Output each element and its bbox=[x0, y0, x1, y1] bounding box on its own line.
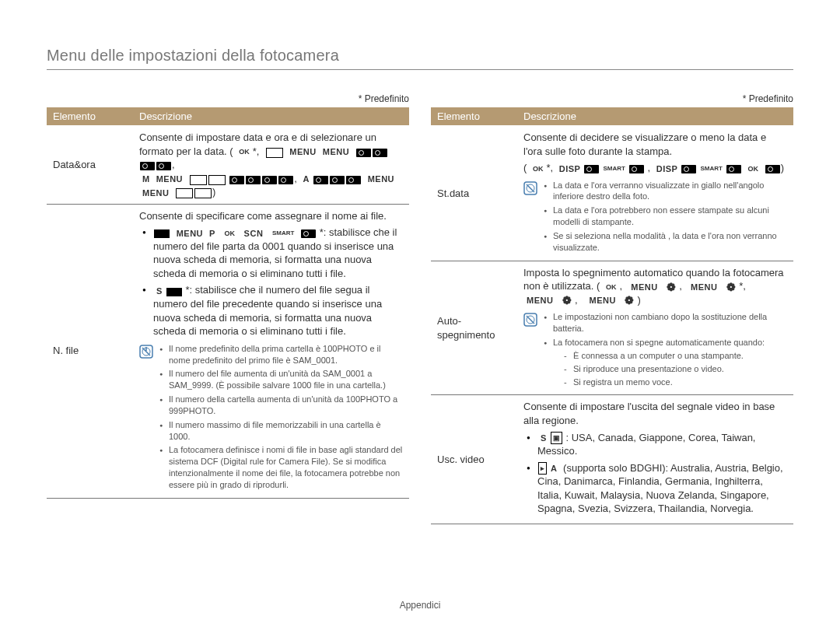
menu-icon: MENU bbox=[366, 173, 397, 184]
note-item: La data e l'ora potrebbero non essere st… bbox=[542, 205, 787, 228]
camera-icon bbox=[584, 165, 599, 173]
col-header-descrizione: Descrizione bbox=[517, 107, 793, 126]
note-item: La data e l'ora verranno visualizzate in… bbox=[542, 180, 787, 203]
table-row: N. file Consente di specificare come ass… bbox=[47, 204, 409, 498]
menu-icon: MENU bbox=[154, 173, 185, 184]
note-item: Le impostazioni non cambiano dopo la sos… bbox=[542, 311, 787, 335]
note-icon bbox=[523, 313, 537, 327]
camera-icon bbox=[726, 165, 741, 173]
disp-icon: DISP bbox=[557, 163, 583, 174]
rect-icon bbox=[266, 148, 283, 158]
camera-icon bbox=[301, 229, 316, 238]
page-title: Menu delle impostazioni della fotocamera bbox=[47, 47, 793, 70]
menu-icon: MENU bbox=[688, 282, 719, 292]
rect-icon bbox=[166, 288, 182, 296]
item-name: Data&ora bbox=[47, 126, 133, 205]
note-item: Il nome predefinito della prima cartella… bbox=[158, 343, 403, 366]
item-desc: Imposta lo spegnimento automatico quando… bbox=[517, 261, 793, 395]
item-name: St.data bbox=[431, 126, 517, 261]
scn-icon: SCN bbox=[242, 228, 266, 239]
table-row: Auto-spegnimento Imposta lo spegnimento … bbox=[431, 261, 793, 395]
item-name: Auto-spegnimento bbox=[431, 261, 517, 395]
menu-icon: MENU bbox=[287, 146, 318, 157]
smart-icon: SMART bbox=[698, 163, 724, 174]
item-name: Usc. video bbox=[431, 395, 517, 524]
smart-icon: SMART bbox=[270, 228, 296, 239]
item-desc: Consente di impostare l'uscita del segna… bbox=[517, 395, 793, 524]
dash-item: Si registra un memo voce. bbox=[564, 377, 787, 388]
col-header-descrizione: Descrizione bbox=[133, 107, 409, 126]
camera-icon bbox=[765, 165, 780, 173]
bullet-text: (supporta solo BDGHI): Australia, Austri… bbox=[537, 462, 783, 515]
ok-icon: OK bbox=[222, 228, 237, 239]
menu-icon: MENU bbox=[320, 146, 352, 157]
settings-table-left: Elemento Descrizione Data&ora Consente d… bbox=[47, 107, 409, 499]
col-header-elemento: Elemento bbox=[47, 107, 133, 126]
camera-icon bbox=[346, 176, 361, 184]
menu-icon: MENU bbox=[586, 295, 618, 306]
note-box: Il nome predefinito della prima cartella… bbox=[139, 343, 403, 493]
ok-icon: OK bbox=[530, 163, 546, 174]
right-column: * Predefinito Elemento Descrizione St.da… bbox=[431, 93, 793, 524]
camera-icon bbox=[373, 149, 387, 157]
menu-icon: MENU bbox=[524, 295, 555, 306]
disp-icon: DISP bbox=[654, 163, 681, 174]
left-column: * Predefinito Elemento Descrizione Data&… bbox=[47, 93, 409, 524]
s-icon: S bbox=[154, 285, 165, 296]
mode-icon-row: ▸A bbox=[537, 462, 563, 474]
menu-icon: MENU bbox=[140, 187, 171, 198]
item-name: N. file bbox=[47, 204, 133, 498]
table-row: Data&ora Consente di impostare data e or… bbox=[47, 126, 409, 205]
desc-text: Consente di decidere se visualizzare o m… bbox=[523, 131, 787, 158]
mode-icon-row: ( OK*, DISPSMART , DISPSMART OK ) bbox=[523, 162, 784, 173]
note-item: La fotocamera non si spegne automaticame… bbox=[542, 337, 787, 387]
table-row: Usc. video Consente di impostare l'uscit… bbox=[431, 395, 793, 524]
bullet-text: *: stabilisce che il numero del file seg… bbox=[153, 284, 382, 337]
item-desc: Consente di specificare come assegnare i… bbox=[133, 204, 409, 498]
menu-icon: MENU bbox=[628, 282, 660, 292]
rect-icon bbox=[154, 229, 170, 238]
mode-icon-row: MENUP OK SCN SMART bbox=[153, 226, 320, 238]
note-item: Il numero massimo di file memorizzabili … bbox=[158, 419, 403, 443]
desc-lead: Consente di impostare l'uscita del segna… bbox=[523, 400, 787, 427]
gear-icon bbox=[724, 282, 738, 292]
dash-item: Si riproduce una presentazione o video. bbox=[564, 363, 787, 375]
menu-icon: MENU bbox=[174, 228, 205, 239]
gear-icon bbox=[622, 295, 636, 306]
rect-icon bbox=[208, 175, 226, 185]
ok-icon: OK bbox=[236, 146, 252, 157]
smart-icon: SMART bbox=[600, 163, 627, 174]
page-footer: Appendici bbox=[0, 600, 840, 611]
note-box: Le impostazioni non cambiano dopo la sos… bbox=[523, 311, 787, 390]
mode-icon-row: S▣ bbox=[537, 432, 565, 443]
camera-icon bbox=[681, 165, 696, 173]
rect-icon bbox=[176, 188, 193, 198]
settings-table-right: Elemento Descrizione St.data Consente di… bbox=[431, 107, 793, 524]
item-desc: Consente di impostare data e ora e di se… bbox=[133, 126, 409, 205]
note-text: Se si seleziona nella modalità , la data… bbox=[553, 231, 777, 252]
ok-icon: OK bbox=[604, 282, 619, 292]
p-icon: P bbox=[207, 228, 218, 239]
note-item: La fotocamera definisce i nomi di file i… bbox=[158, 444, 403, 490]
table-row: St.data Consente di decidere se visualiz… bbox=[431, 126, 793, 261]
camera-icon bbox=[629, 165, 644, 173]
camera-icon bbox=[229, 176, 244, 184]
desc-lead: Consente di specificare come assegnare i… bbox=[139, 209, 403, 223]
camera-icon bbox=[313, 176, 328, 184]
camera-icon bbox=[156, 162, 171, 170]
note-icon bbox=[523, 181, 537, 195]
rect-icon bbox=[190, 175, 207, 185]
list-item: ▸A (supporta solo BDGHI): Australia, Aus… bbox=[523, 461, 787, 516]
predefinito-note-left: * Predefinito bbox=[47, 93, 409, 104]
note-item: Il numero del file aumenta di un'unità d… bbox=[158, 368, 403, 391]
list-item: MENUP OK SCN SMART *: stabilisce che il … bbox=[139, 226, 403, 280]
m-icon: M bbox=[140, 173, 152, 184]
predefinito-note-right: * Predefinito bbox=[431, 93, 793, 104]
ok-icon: OK bbox=[746, 163, 761, 174]
mode-icon-row: S bbox=[153, 284, 185, 296]
tv-icon: ▣ bbox=[551, 432, 562, 444]
gear-icon bbox=[560, 295, 574, 306]
note-box: La data e l'ora verranno visualizzate in… bbox=[523, 180, 787, 256]
note-item: Il numero della cartella aumenta di un'u… bbox=[158, 394, 403, 417]
item-desc: Consente di decidere se visualizzare o m… bbox=[517, 126, 793, 261]
